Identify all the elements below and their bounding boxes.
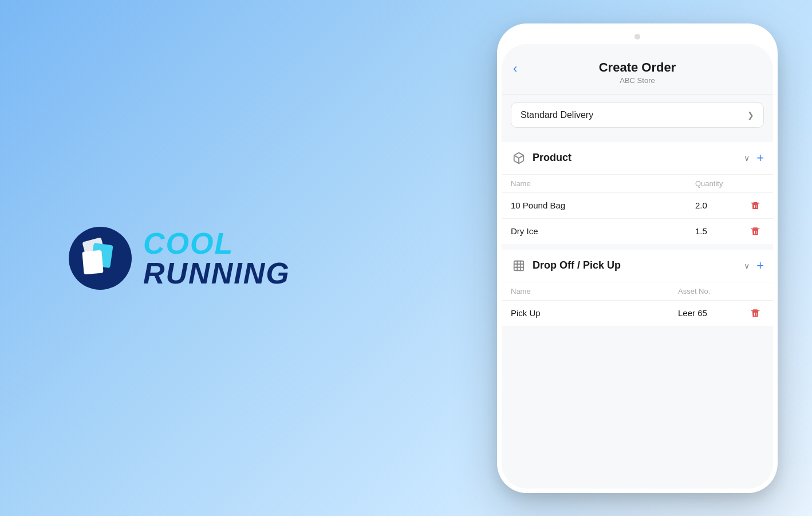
page-subtitle: ABC Store	[620, 76, 655, 85]
product-qty-1: 2.0	[695, 200, 747, 210]
product-name-1: 10 Pound Bag	[511, 200, 695, 210]
product-row: 10 Pound Bag 2.0	[502, 192, 773, 218]
delete-dropoff-1-button[interactable]	[747, 308, 764, 319]
product-table-header: Name Quantity	[502, 175, 773, 192]
dropoff-name-col-header: Name	[511, 287, 678, 296]
app-header: ‹ Create Order ABC Store	[502, 44, 773, 94]
page-title: Create Order	[599, 60, 676, 75]
dropoff-section-title: Drop Off / Pick Up	[533, 259, 742, 271]
dropoff-chevron-icon[interactable]: ∨	[744, 261, 750, 270]
logo-circle	[69, 227, 132, 290]
product-row: Dry Ice 1.5	[502, 218, 773, 244]
dropoff-icon	[511, 258, 527, 274]
product-icon	[511, 150, 527, 166]
dropoff-section-header: Drop Off / Pick Up ∨ +	[502, 250, 773, 282]
phone-camera	[634, 34, 640, 40]
product-section-header: Product ∨ +	[502, 142, 773, 175]
dropoff-section: Drop Off / Pick Up ∨ + Name Asset No. Pi…	[502, 250, 773, 326]
phone-notch	[603, 30, 672, 43]
back-button[interactable]: ‹	[513, 61, 517, 76]
logo-section: COOL RUNNING	[69, 227, 290, 290]
logo-running-text: RUNNING	[143, 258, 290, 288]
phone-frame: ‹ Create Order ABC Store Standard Delive…	[497, 23, 778, 493]
product-qty-col-header: Quantity	[695, 179, 747, 188]
product-section: Product ∨ + Name Quantity 10 Pound Bag 2…	[502, 142, 773, 244]
dropoff-name-1: Pick Up	[511, 308, 678, 318]
dropoff-table-header: Name Asset No.	[502, 282, 773, 300]
product-add-button[interactable]: +	[756, 151, 764, 166]
dropoff-add-button[interactable]: +	[756, 258, 764, 273]
svg-rect-6	[514, 261, 524, 270]
product-name-2: Dry Ice	[511, 226, 695, 236]
paper-3	[82, 250, 103, 275]
chevron-down-icon: ❯	[747, 111, 754, 120]
delivery-dropdown[interactable]: Standard Delivery ❯	[511, 103, 764, 128]
logo-papers	[82, 239, 119, 277]
product-name-col-header: Name	[511, 179, 695, 188]
screen-content: ‹ Create Order ABC Store Standard Delive…	[502, 44, 773, 489]
svg-rect-1	[754, 202, 757, 203]
dropoff-asset-1: Leer 65	[678, 308, 747, 318]
phone-wrapper: ‹ Create Order ABC Store Standard Delive…	[497, 23, 778, 493]
delivery-dropdown-value: Standard Delivery	[521, 110, 593, 120]
product-section-title: Product	[533, 152, 742, 164]
delete-product-1-button[interactable]	[747, 200, 764, 211]
dropoff-row: Pick Up Leer 65	[502, 300, 773, 326]
logo-cool-text: COOL	[143, 229, 290, 258]
dropoff-asset-col-header: Asset No.	[678, 287, 747, 296]
product-chevron-icon[interactable]: ∨	[744, 153, 750, 163]
delete-product-2-button[interactable]	[747, 226, 764, 237]
phone-screen: ‹ Create Order ABC Store Standard Delive…	[502, 44, 773, 489]
delivery-dropdown-section: Standard Delivery ❯	[502, 94, 773, 136]
logo-text: COOL RUNNING	[143, 229, 290, 288]
product-qty-2: 1.5	[695, 226, 747, 236]
